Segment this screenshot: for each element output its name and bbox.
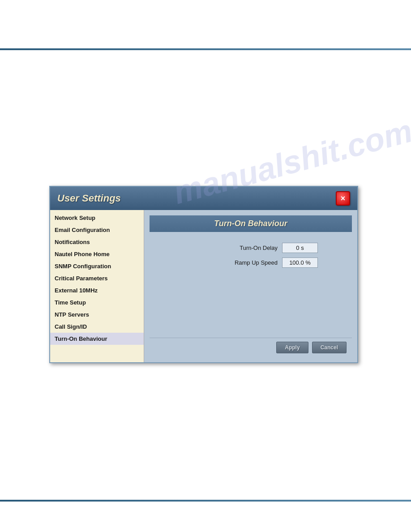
sidebar-item-email-configuration[interactable]: Email Configuration [50, 224, 144, 236]
sidebar: Network SetupEmail ConfigurationNotifica… [50, 210, 144, 362]
dialog-body: Network SetupEmail ConfigurationNotifica… [50, 210, 357, 362]
field-label-ramp-up-speed: Ramp Up Speed [235, 259, 278, 266]
sidebar-item-call-sign-id[interactable]: Call Sign/ID [50, 321, 144, 333]
apply-button[interactable]: Apply [276, 342, 308, 353]
sidebar-item-notifications[interactable]: Notifications [50, 236, 144, 248]
cancel-button[interactable]: Cancel [312, 342, 347, 353]
main-content: Turn-On Behaviour Turn-On Delay0 sRamp U… [144, 210, 357, 362]
form-row-turn-on-delay: Turn-On Delay0 s [157, 243, 345, 253]
sidebar-item-turn-on-behaviour[interactable]: Turn-On Behaviour [50, 333, 144, 345]
field-label-turn-on-delay: Turn-On Delay [240, 245, 278, 251]
field-value-ramp-up-speed[interactable]: 100.0 % [282, 257, 318, 268]
user-settings-dialog: User Settings × Network SetupEmail Confi… [49, 186, 358, 363]
dialog-wrapper: User Settings × Network SetupEmail Confi… [49, 186, 358, 363]
top-border [0, 48, 411, 50]
sidebar-item-network-setup[interactable]: Network Setup [50, 212, 144, 224]
sidebar-item-ntp-servers[interactable]: NTP Servers [50, 309, 144, 321]
sidebar-item-time-setup[interactable]: Time Setup [50, 296, 144, 309]
form-row-ramp-up-speed: Ramp Up Speed100.0 % [157, 257, 345, 268]
content-header: Turn-On Behaviour [150, 215, 352, 232]
sidebar-item-nautel-phone-home[interactable]: Nautel Phone Home [50, 248, 144, 260]
form-area: Turn-On Delay0 sRamp Up Speed100.0 % [150, 239, 352, 338]
field-value-turn-on-delay[interactable]: 0 s [282, 243, 318, 253]
sidebar-item-snmp-configuration[interactable]: SNMP Configuration [50, 260, 144, 272]
sidebar-item-external-10mhz[interactable]: External 10MHz [50, 284, 144, 296]
dialog-title: User Settings [57, 193, 121, 204]
close-button[interactable]: × [336, 191, 350, 206]
sidebar-item-critical-parameters[interactable]: Critical Parameters [50, 272, 144, 284]
dialog-header: User Settings × [50, 187, 357, 210]
dialog-footer: Apply Cancel [150, 338, 352, 357]
bottom-border [0, 500, 411, 502]
